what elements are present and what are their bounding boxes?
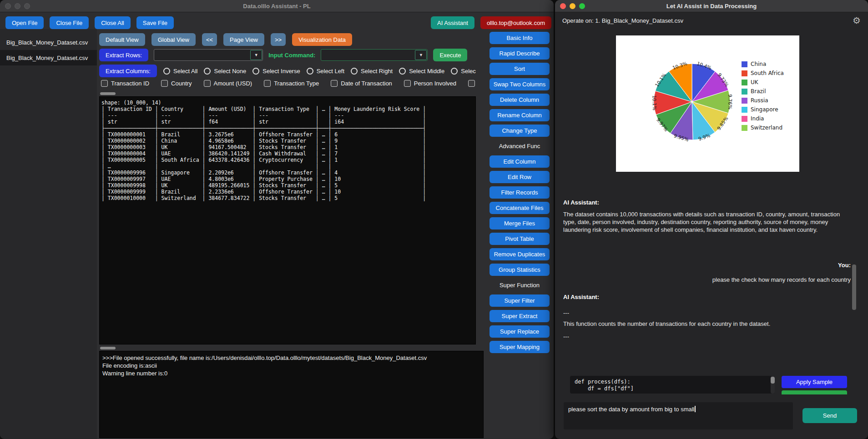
function-button[interactable]: Change Type [490, 125, 550, 137]
legend-color-swatch [742, 80, 747, 85]
account-button[interactable]: olllo.top@outlook.com [480, 16, 551, 29]
message-separator: --- [563, 333, 851, 340]
radio-icon [163, 68, 170, 75]
view-bar: Default View Global View << Page View >>… [99, 33, 352, 46]
function-button[interactable]: Swap Two Columns [490, 78, 550, 90]
svg-text:10.1%: 10.1% [651, 95, 657, 110]
function-button[interactable]: Filter Records [490, 186, 550, 199]
function-button[interactable]: Edit Row [490, 171, 550, 183]
close-all-button[interactable]: Close All [95, 16, 131, 29]
horizontal-scrollbar[interactable] [100, 347, 116, 349]
user-role-label: You: [563, 262, 851, 269]
select-mode-radio[interactable]: Select Right [351, 68, 393, 75]
column-checkbox[interactable]: Transaction Type [264, 80, 319, 87]
apply-sample-button[interactable]: Apply Sample [782, 376, 847, 388]
file-toolbar: Open File Close File Close All Save File… [5, 16, 551, 29]
function-button[interactable]: Basic Info [490, 32, 550, 44]
horizontal-scrollbar[interactable] [100, 92, 116, 95]
close-file-button[interactable]: Close File [50, 16, 89, 29]
select-mode-radio[interactable]: Select Middle [399, 68, 444, 75]
select-mode-radio[interactable]: Selec [451, 68, 476, 75]
function-button[interactable]: Super Filter [490, 294, 550, 307]
function-sidebar: Basic Info Rapid Describe Sort Swap Two … [490, 32, 550, 356]
column-checkbox[interactable] [468, 80, 478, 87]
function-button[interactable]: Sort [490, 63, 550, 75]
extract-columns-button[interactable]: Extract Columns: [99, 65, 157, 77]
function-button[interactable]: Super Replace [490, 325, 550, 338]
legend-item: Switzerland [742, 125, 784, 131]
close-window-button[interactable] [560, 3, 566, 9]
message-separator: --- [563, 309, 851, 316]
legend-color-swatch [742, 116, 747, 122]
column-checkbox[interactable]: Transaction ID [101, 80, 149, 87]
page-prev-button[interactable]: << [202, 33, 217, 46]
checkbox-icon [404, 80, 411, 87]
chat-input[interactable]: please sort the data by amount from big … [564, 402, 793, 429]
window-title: Data.olllo Assistant - PL [243, 3, 310, 10]
save-file-button[interactable]: Save File [136, 16, 174, 29]
input-command-combobox[interactable]: ▼ [321, 49, 428, 61]
select-mode-radio[interactable]: Select All [163, 68, 197, 75]
checkbox-icon [161, 80, 168, 87]
select-mode-radio[interactable]: Select Left [307, 68, 344, 75]
zoom-window-button[interactable] [24, 3, 30, 9]
traffic-lights [560, 3, 585, 9]
column-checkbox[interactable]: Country [161, 80, 192, 87]
partially-hidden-green-button[interactable] [782, 390, 847, 394]
visualization-data-button[interactable]: Visualization Data [292, 33, 352, 46]
traffic-lights [5, 3, 30, 9]
function-button[interactable]: Delete Column [490, 94, 550, 106]
advanced-func-label: Advanced Func [490, 140, 550, 152]
code-preview[interactable]: def process(dfs): df = dfs["df"] [570, 376, 775, 394]
close-window-button[interactable] [5, 3, 11, 9]
function-button[interactable]: Super Extract [490, 310, 550, 322]
page-view-button[interactable]: Page View [223, 33, 264, 46]
basic-function-group: Basic Info Rapid Describe Sort Swap Two … [490, 32, 550, 140]
execute-button[interactable]: Execute [433, 49, 467, 61]
default-view-button[interactable]: Default View [99, 33, 145, 46]
function-button[interactable]: Rapid Describe [490, 47, 550, 60]
column-checkbox[interactable]: Amount (USD) [204, 80, 252, 87]
function-button[interactable]: Group Statistics [490, 264, 550, 276]
column-checkbox[interactable]: Date of Transaction [331, 80, 392, 87]
input-command-label: Input Command: [268, 52, 315, 59]
select-mode-radio[interactable]: Select Inverse [252, 68, 300, 75]
chart-legend: China South Africa UK Brazil [742, 61, 784, 131]
minimize-window-button[interactable] [15, 3, 20, 9]
extract-columns-bar: Extract Columns: Select All Select None [99, 65, 476, 77]
column-checkbox-group: Transaction ID Country Amount (USD) Tran… [99, 80, 484, 87]
file-item[interactable]: Big_Black_Money_Dataset.csv [0, 35, 97, 50]
page-next-button[interactable]: >> [271, 33, 286, 46]
extract-rows-combobox[interactable]: ▼ [154, 49, 263, 61]
vertical-scrollbar[interactable] [852, 264, 856, 310]
super-function-label: Super Function [490, 279, 550, 291]
function-button[interactable]: Super Mapping [490, 341, 550, 353]
function-button[interactable]: Edit Column [490, 155, 550, 168]
function-button[interactable]: Pivot Table [490, 233, 550, 245]
chart-panel: 10.4%9.73%9.76%9.85%9.9%9.95%9.97%10.1%1… [616, 35, 799, 172]
function-button[interactable]: Concatenate Files [490, 202, 550, 214]
svg-text:9.76%: 9.76% [727, 94, 733, 109]
minimize-window-button[interactable] [570, 3, 575, 9]
column-checkbox[interactable]: Person Involved [404, 80, 456, 87]
select-mode-radio[interactable]: Select None [204, 68, 246, 75]
data-olllo-window: Data.olllo Assistant - PL Open File Clos… [0, 0, 554, 439]
gear-icon[interactable]: ⚙ [853, 16, 861, 25]
zoom-window-button[interactable] [579, 3, 585, 9]
function-button[interactable]: Rename Column [490, 109, 550, 121]
extract-rows-button[interactable]: Extract Rows: [99, 49, 148, 61]
function-button[interactable]: Remove Duplicates [490, 248, 550, 260]
open-file-button[interactable]: Open File [5, 16, 44, 29]
send-button[interactable]: Send [802, 408, 857, 423]
ai-assistant-button[interactable]: AI Assistant [431, 16, 474, 29]
function-button[interactable]: Merge Files [490, 217, 550, 229]
data-preview-console[interactable]: shape: (10_000, 14) │ Transaction ID │ C… [99, 96, 476, 344]
code-scrollbar[interactable] [771, 377, 775, 384]
file-list: Big_Black_Money_Dataset.csv Big_Black_Mo… [0, 29, 97, 439]
file-item-selected[interactable]: Big_Black_Money_Dataset.csv [0, 50, 97, 65]
radio-icon [204, 68, 211, 75]
global-view-button[interactable]: Global View [151, 33, 196, 46]
log-console[interactable]: >>>File opened successfully, file name i… [99, 351, 484, 438]
legend-color-swatch [742, 125, 747, 131]
input-command-combobox-value [321, 50, 414, 60]
